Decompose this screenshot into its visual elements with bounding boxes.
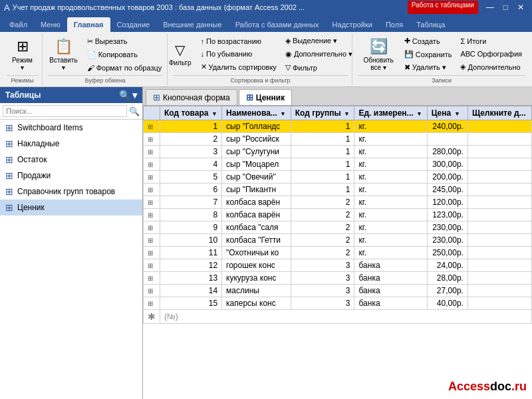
- row-expand-2[interactable]: ⊞: [144, 146, 160, 158]
- row-extra-0: [467, 120, 531, 133]
- row-expand-12[interactable]: ⊞: [144, 272, 160, 285]
- ribbon-group-clipboard-content: 📋 Вставить ▾ ✂ Вырезать 📄 Копировать 🖌 Ф…: [45, 35, 165, 74]
- row-expand-1[interactable]: ⊞: [144, 133, 160, 146]
- tab-create[interactable]: Создание: [110, 17, 157, 32]
- row-extra-2: [467, 146, 531, 158]
- th-price[interactable]: Цена ▾: [427, 106, 467, 120]
- spelling-button[interactable]: АВС Орфография: [457, 48, 525, 60]
- tab-bar: ⊞ Кнопочная форма ⊞ Ценник: [143, 87, 532, 106]
- sidebar-menu-icon[interactable]: ▾: [132, 90, 137, 100]
- tab-addins[interactable]: Надстройки: [326, 17, 379, 32]
- table-row[interactable]: ⊞ 1 сыр "Голландс 1 кг. 240,00р.: [144, 120, 532, 133]
- selection-icon: ◈: [285, 37, 291, 45]
- table-row[interactable]: ⊞ 3 сыр "Сулугуни 1 кг. 280,00р.: [144, 146, 532, 158]
- table-row[interactable]: ⊞ 15 каперсы конс 3 банка 40,00р.: [144, 297, 532, 310]
- row-expand-11[interactable]: ⊞: [144, 259, 160, 272]
- row-expand-3[interactable]: ⊞: [144, 158, 160, 171]
- row-expand-4[interactable]: ⊞: [144, 171, 160, 184]
- table-row[interactable]: ⊞ 11 "Охотничьи ко 2 кг. 250,00р.: [144, 247, 532, 259]
- table-header-row: Код товара ▾ Наименова... ▾ Код группы ▾: [144, 106, 532, 120]
- more-button[interactable]: ◈ Дополнительно: [457, 61, 525, 73]
- more-icon: ◈: [460, 63, 466, 71]
- row-expand-14[interactable]: ⊞: [144, 297, 160, 310]
- ribbon-group-modes-content: ⊞ Режим ▾: [7, 35, 38, 74]
- tab-file[interactable]: Файл: [3, 17, 34, 32]
- table-row[interactable]: ⊞ 10 колбаса "Гетти 2 кг. 230,00р.: [144, 234, 532, 247]
- tab-external[interactable]: Внешние данные: [156, 17, 228, 32]
- remove-sort-button[interactable]: ✕ Удалить сортировку: [198, 61, 280, 73]
- row-expand-10[interactable]: ⊞: [144, 247, 160, 259]
- th-unit[interactable]: Ед. измерен... ▾: [354, 106, 427, 120]
- maximize-button[interactable]: □: [499, 1, 512, 14]
- row-unit-6: кг.: [354, 196, 427, 209]
- table-row[interactable]: ⊞ 4 сыр "Моцарел 1 кг. 300,00р.: [144, 158, 532, 171]
- sort-desc-label: По убыванию: [206, 50, 252, 58]
- totals-button[interactable]: Σ Итоги: [457, 35, 525, 47]
- sort-desc-button[interactable]: ↓ По убыванию: [198, 48, 280, 60]
- create-record-button[interactable]: ✚ Создать: [401, 35, 456, 47]
- sort-asc-button[interactable]: ↑ По возрастанию: [198, 35, 280, 47]
- tab-fields[interactable]: Поля: [379, 17, 410, 32]
- row-expand-7[interactable]: ⊞: [144, 209, 160, 221]
- filter-button[interactable]: ▽ Фильтр: [165, 37, 196, 72]
- minimize-button[interactable]: —: [482, 1, 498, 14]
- row-group-6: 2: [291, 196, 354, 209]
- table-row[interactable]: ⊞ 5 сыр "Овечий" 1 кг. 200,00р.: [144, 171, 532, 184]
- search-icon[interactable]: 🔍: [129, 106, 140, 116]
- sort-col: ↑ По возрастанию ↓ По убыванию ✕ Удалить…: [198, 35, 280, 73]
- sidebar-item-sprav[interactable]: ⊞ Справочник групп товаров: [0, 184, 142, 200]
- save-icon: 💾: [404, 50, 414, 59]
- row-name-1: сыр "Российск: [222, 133, 291, 146]
- tab-cennik[interactable]: ⊞ Ценник: [239, 89, 292, 105]
- sidebar-item-nakl[interactable]: ⊞ Накладные: [0, 136, 142, 152]
- th-name-label: Наименова...: [226, 108, 277, 118]
- sidebar-item-sprav-label: Справочник групп товаров: [17, 187, 115, 196]
- new-row[interactable]: ✱ (№): [144, 310, 532, 324]
- tab-form-icon: ⊞: [153, 92, 160, 102]
- table-row[interactable]: ⊞ 6 сыр "Пикантн 1 кг. 245,00р.: [144, 184, 532, 196]
- row-expand-9[interactable]: ⊞: [144, 234, 160, 247]
- paste-button[interactable]: 📋 Вставить ▾: [45, 37, 81, 72]
- row-expand-5[interactable]: ⊞: [144, 184, 160, 196]
- row-expand-13[interactable]: ⊞: [144, 285, 160, 297]
- row-expand-6[interactable]: ⊞: [144, 196, 160, 209]
- tab-database[interactable]: Работа с базами данных: [229, 17, 326, 32]
- table-row[interactable]: ⊞ 2 сыр "Российск 1 кг.: [144, 133, 532, 146]
- th-name[interactable]: Наименова... ▾: [222, 106, 291, 120]
- toggle-filter-button[interactable]: ▽ Фильтр: [282, 61, 356, 74]
- row-price-8: 230,00р.: [427, 221, 467, 234]
- table-row[interactable]: ⊞ 7 колбаса варён 2 кг. 120,00р.: [144, 196, 532, 209]
- sidebar-item-ostatok[interactable]: ⊞ Остаток: [0, 152, 142, 168]
- close-button[interactable]: ✕: [513, 1, 528, 14]
- advanced-button[interactable]: ◉ Дополнительно ▾: [282, 48, 356, 61]
- tab-knopochnaya[interactable]: ⊞ Кнопочная форма: [146, 89, 237, 105]
- tab-home[interactable]: Главная: [67, 17, 110, 32]
- table-row[interactable]: ⊞ 14 маслины 3 банка 27,00р.: [144, 285, 532, 297]
- sidebar-item-cennik[interactable]: ⊞ Ценник: [0, 200, 142, 215]
- table-row[interactable]: ⊞ 12 горошек конс 3 банка 24,00р.: [144, 259, 532, 272]
- table-row[interactable]: ⊞ 9 колбаса "саля 2 кг. 230,00р.: [144, 221, 532, 234]
- refresh-button[interactable]: 🔄 Обновить все ▾: [358, 37, 398, 72]
- mode-button[interactable]: ⊞ Режим ▾: [7, 37, 38, 72]
- table-row[interactable]: ⊞ 8 колбаса варён 2 кг. 123,00р.: [144, 209, 532, 221]
- tab-menu[interactable]: Меню: [34, 17, 67, 32]
- sidebar-item-prodazhi[interactable]: ⊞ Продажи: [0, 168, 142, 184]
- table-row[interactable]: ⊞ 13 кукуруза конс 3 банка 28,00р.: [144, 272, 532, 285]
- row-expand-8[interactable]: ⊞: [144, 221, 160, 234]
- advanced-icon: ◉: [285, 50, 292, 59]
- sidebar-item-switchboard[interactable]: ⊞ Switchboard Items: [0, 120, 142, 136]
- copy-button[interactable]: 📄 Копировать: [84, 49, 166, 61]
- th-group[interactable]: Код группы ▾: [291, 106, 354, 120]
- search-input[interactable]: [3, 105, 127, 117]
- cut-button[interactable]: ✂ Вырезать: [84, 35, 166, 48]
- sidebar-search-toggle-icon[interactable]: 🔍: [119, 90, 130, 100]
- save-record-button[interactable]: 💾 Сохранить: [401, 48, 456, 61]
- selection-button[interactable]: ◈ Выделение ▾: [282, 35, 356, 47]
- format-painter-button[interactable]: 🖌 Формат по образцу: [84, 62, 166, 74]
- th-kod[interactable]: Код товара ▾: [160, 106, 222, 120]
- delete-record-button[interactable]: ✖ Удалить ▾: [401, 61, 456, 74]
- main-area: Таблицы 🔍 ▾ 🔍 ⊞ Switchboard Items ⊞ Накл…: [0, 87, 532, 399]
- row-expand-0[interactable]: ⊞: [144, 120, 160, 133]
- row-extra-3: [467, 158, 531, 171]
- tab-table[interactable]: Таблица: [410, 17, 452, 32]
